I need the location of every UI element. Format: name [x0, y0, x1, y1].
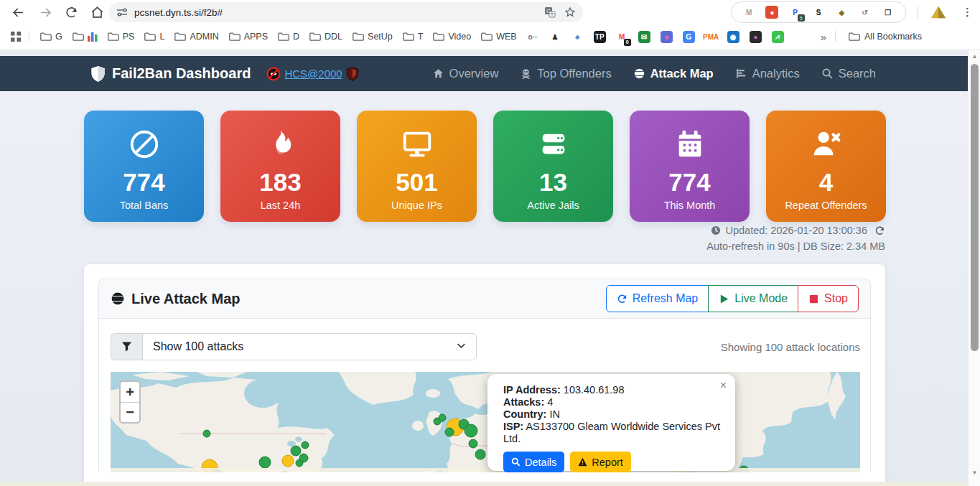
scroll-up-icon[interactable]: ▲ [969, 51, 980, 61]
attack-marker[interactable] [469, 439, 477, 448]
nav-item-attack-map[interactable]: Attack Map [633, 67, 714, 80]
bookmarks-overflow-icon[interactable]: » [821, 31, 826, 43]
stat-card-unique-ips[interactable]: 501Unique IPs [357, 111, 477, 222]
live-mode-button[interactable]: Live Mode [708, 285, 798, 312]
attack-marker[interactable] [282, 455, 294, 467]
translate-icon[interactable]: G [683, 31, 695, 43]
globe-icon [111, 291, 125, 306]
report-button[interactable]: Report [570, 452, 631, 472]
refresh-timestamp-icon[interactable] [874, 225, 885, 236]
gmail-icon[interactable]: M0 [616, 31, 628, 43]
s-ext-icon[interactable]: S [812, 6, 825, 19]
url-text[interactable]: pcsnet.dyn.ts.si/f2b# [134, 7, 544, 18]
stat-card-this-month[interactable]: 774This Month [630, 111, 750, 222]
nav-item-search[interactable]: Search [821, 67, 876, 80]
bookmark-folder-l[interactable]: L [144, 32, 164, 42]
stat-card-repeat-offenders[interactable]: 4Repeat Offenders [766, 111, 886, 222]
details-button[interactable]: Details [503, 452, 564, 472]
malwarebytes-ext-icon[interactable]: M [742, 6, 755, 19]
attack-marker[interactable] [439, 414, 446, 421]
key-icon[interactable]: o─ [527, 31, 539, 43]
zoom-out-button[interactable]: − [121, 402, 139, 422]
menu-dots-icon[interactable]: ⋮ [962, 6, 973, 19]
autorefresh-text: Auto-refresh in 90s | DB Size: 2.34 MB [706, 240, 885, 252]
forward-icon[interactable] [34, 1, 56, 23]
nav-item-top-offenders[interactable]: Top Offenders [520, 67, 611, 80]
reload-icon[interactable] [60, 1, 82, 23]
brand[interactable]: Fail2Ban Dashboard [90, 65, 251, 83]
attack-marker[interactable] [291, 446, 301, 456]
attack-marker[interactable] [299, 454, 308, 462]
stat-card-total-bans[interactable]: 774Total Bans [84, 111, 204, 222]
attack-count-value: Show 100 attacks [153, 340, 243, 353]
bookmark-folder-web[interactable]: WEB [481, 32, 516, 42]
magnifier-icon [511, 457, 521, 467]
attack-map[interactable]: + − × IP Address: 103.40.61.98 Attacks: … [111, 372, 860, 472]
all-bookmarks[interactable]: All Bookmarks [849, 32, 922, 42]
attack-count-select[interactable]: Show 100 attacks [142, 333, 477, 360]
all-bookmarks-label: All Bookmarks [864, 32, 922, 42]
stat-card-active-jails[interactable]: 13Active Jails [493, 111, 613, 222]
omv-icon[interactable]: ◉ [727, 31, 739, 43]
attack-marker[interactable] [475, 449, 485, 459]
zoom-in-button[interactable]: + [121, 382, 139, 402]
tp-icon[interactable]: TP [594, 31, 606, 43]
pma-icon[interactable]: PMA [705, 31, 717, 43]
bookmark-folder-apps[interactable]: APPS [229, 32, 268, 42]
bookmark-folder-setup[interactable]: SetUp [353, 32, 393, 42]
filter-funnel-addon [111, 333, 142, 360]
screenshot-root: pcsnet.dyn.ts.si/f2b# G文 M●P5S◆↺❐ ⋮ GPSL… [0, 0, 980, 486]
address-bar[interactable]: pcsnet.dyn.ts.si/f2b# G文 [109, 2, 583, 22]
toolbar-divider [918, 6, 918, 19]
red-ext-icon[interactable]: ● [765, 6, 778, 19]
camera-icon[interactable]: ● [750, 31, 762, 43]
stop-button[interactable]: Stop [798, 285, 859, 312]
bookmark-folder-t[interactable]: T [403, 32, 424, 42]
user-link[interactable]: HCS@2000 [284, 67, 342, 80]
clipboard-ext-icon[interactable]: ❐ [882, 6, 895, 19]
scrollbar-thumb[interactable] [971, 64, 979, 351]
attack-marker[interactable] [445, 428, 454, 436]
mailbox-icon[interactable]: ■ [661, 31, 673, 43]
scroll-down-icon[interactable]: ▼ [969, 467, 980, 477]
map-card-header: Live Attack Map Refresh Map Live Mode [99, 279, 870, 319]
isp-label: ISP: [503, 421, 523, 432]
vertical-scrollbar[interactable]: ▲ ▼ [968, 50, 980, 486]
home-icon[interactable] [86, 1, 108, 23]
stat-card-last-24h[interactable]: 183Last 24h [220, 111, 340, 222]
attacks-label: Attacks: [503, 396, 544, 408]
nav-item-analytics[interactable]: Analytics [735, 67, 800, 80]
bookmark-folder-g[interactable]: G [40, 32, 62, 42]
popup-close-icon[interactable]: × [720, 380, 727, 391]
bookmark-folder-ddl[interactable]: DDL [309, 32, 342, 42]
antenna-icon[interactable]: ⩘ [772, 31, 784, 43]
bookmark-folder-admin[interactable]: ADMIN [174, 32, 218, 42]
bookmark-folder-ps[interactable]: PS [108, 32, 135, 42]
bookmark-items: GPSLADMINAPPSDDDLSetUpTVideoWEBo─♟♣TPM0✉… [35, 31, 789, 43]
attack-marker[interactable] [302, 441, 309, 449]
bookmark-folder-d[interactable]: D [278, 32, 299, 42]
nav-item-overview[interactable]: Overview [432, 67, 499, 80]
translate-icon[interactable]: G文 [544, 6, 556, 18]
extensions-pill: M●P5S◆↺❐ [731, 1, 906, 23]
p5-ext-icon[interactable]: P5 [789, 6, 802, 19]
update-info: Updated: 2026-01-20 13:00:36 Auto-refres… [706, 225, 885, 252]
back-icon[interactable] [7, 1, 29, 23]
bee-ext-icon[interactable]: ◆ [835, 6, 848, 19]
bookmark-star-icon[interactable] [564, 6, 576, 18]
refresh-map-button[interactable]: Refresh Map [606, 285, 709, 312]
attack-marker[interactable] [259, 457, 271, 468]
brand-title: Fail2Ban Dashboard [112, 65, 251, 82]
site-settings-icon[interactable] [116, 6, 128, 18]
club-icon[interactable]: ♣ [571, 31, 584, 43]
profile-avatar[interactable] [930, 5, 946, 19]
attack-marker[interactable] [203, 430, 210, 437]
recycle-ext-icon[interactable]: ↺ [859, 6, 872, 19]
mail-icon[interactable]: ✉ [638, 31, 650, 43]
attack-marker[interactable] [465, 424, 477, 437]
country-label: Country: [503, 408, 546, 420]
bookmark-folder-chart[interactable] [73, 32, 98, 42]
bookmark-folder-video[interactable]: Video [433, 32, 471, 42]
apps-grid-icon[interactable] [10, 31, 22, 42]
puzzle-icon[interactable]: ♟ [549, 31, 561, 43]
